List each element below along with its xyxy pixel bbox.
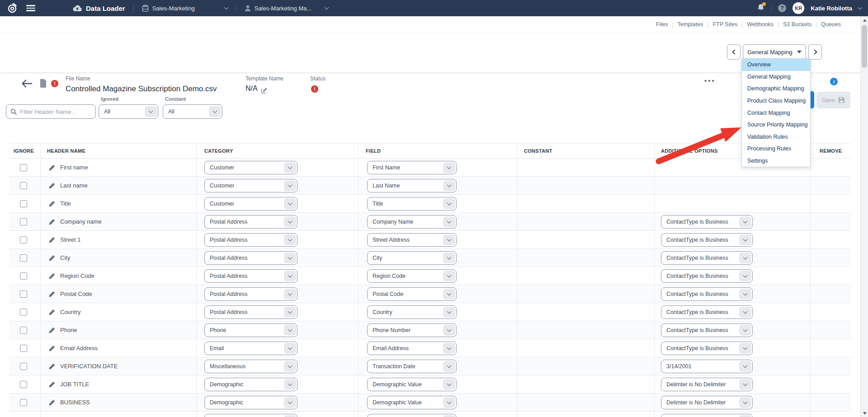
help-button[interactable]: ? — [778, 4, 786, 12]
info-icon[interactable]: i — [830, 78, 838, 85]
org-selector[interactable]: Sales-Marketing — [142, 5, 228, 12]
category-select[interactable]: Postal Address — [204, 287, 297, 301]
edit-header-icon[interactable] — [49, 164, 55, 171]
field-select[interactable]: Country — [367, 305, 457, 319]
category-select[interactable]: Customer — [204, 179, 297, 192]
menu-item-general-mapping[interactable]: General Mapping — [742, 71, 810, 83]
field-select[interactable]: Phone Number — [367, 323, 457, 337]
field-select[interactable]: Street Address — [367, 233, 457, 247]
category-select[interactable]: Miscellaneous — [204, 360, 297, 373]
edit-header-icon[interactable] — [49, 237, 55, 243]
field-select[interactable]: Transaction Date — [367, 360, 457, 373]
category-select[interactable]: Customer — [204, 197, 297, 211]
menu-item-product-class-mapping[interactable]: Product Class Mapping — [742, 95, 810, 107]
edit-header-icon[interactable] — [49, 273, 55, 279]
additional-options-select[interactable]: Delimter is No Delimiter — [661, 378, 753, 391]
notifications-button[interactable] — [757, 3, 765, 13]
nav-link-files[interactable]: Files — [651, 21, 672, 28]
search-input[interactable] — [20, 108, 95, 115]
nav-link-queues[interactable]: Queues — [816, 21, 845, 28]
ignore-checkbox[interactable] — [20, 236, 27, 244]
save-button[interactable]: Save — [816, 92, 850, 108]
additional-options-select[interactable]: ContactType is Business — [661, 287, 753, 301]
additional-options-select[interactable]: 3/14/2001 — [661, 360, 753, 373]
constant-filter-select[interactable]: All — [163, 104, 222, 119]
menu-item-processing-rules[interactable]: Processing Rules — [742, 143, 810, 155]
ignore-checkbox[interactable] — [20, 164, 27, 171]
menu-item-overview[interactable]: Overview — [742, 59, 810, 71]
menu-item-source-priority-mapping[interactable]: Source Priority Mapping — [742, 119, 810, 131]
field-select[interactable]: Company Name — [367, 215, 457, 229]
ignore-checkbox[interactable] — [20, 272, 27, 280]
edit-template-icon[interactable] — [261, 87, 268, 95]
ignore-checkbox[interactable] — [20, 399, 27, 406]
edit-header-icon[interactable] — [49, 309, 55, 315]
scrollbar-thumb[interactable] — [862, 25, 867, 68]
menu-item-demographic-mapping[interactable]: Demographic Mapping — [742, 83, 810, 95]
field-select[interactable]: First Name — [367, 161, 457, 174]
nav-link-webhooks[interactable]: Webhooks — [742, 21, 778, 28]
prev-section-button[interactable] — [727, 44, 741, 60]
category-select[interactable]: Postal Address — [204, 305, 297, 319]
additional-options-select[interactable]: ContactType is Business — [661, 269, 753, 283]
ignore-checkbox[interactable] — [20, 218, 27, 225]
edit-header-icon[interactable] — [49, 363, 55, 370]
category-select[interactable]: Postal Address — [204, 251, 297, 265]
ignored-filter-select[interactable]: All — [99, 104, 158, 119]
app-switcher[interactable]: Data Loader — [72, 5, 125, 12]
menu-item-settings[interactable]: Settings — [742, 155, 810, 167]
category-select[interactable]: Demographic — [204, 378, 297, 391]
ignore-checkbox[interactable] — [20, 327, 27, 334]
section-selector-button[interactable]: General Mapping — [743, 44, 806, 60]
edit-header-icon[interactable] — [49, 381, 55, 388]
additional-options-select[interactable]: Delimter is No Delimiter — [661, 396, 753, 409]
back-button[interactable] — [21, 79, 33, 90]
ignore-checkbox[interactable] — [20, 200, 27, 207]
field-select[interactable]: Demographic Value — [367, 396, 457, 409]
field-select[interactable]: Demographic Value — [367, 378, 457, 391]
nav-link-templates[interactable]: Templates — [673, 21, 708, 28]
field-select[interactable]: Title — [367, 197, 457, 211]
header-filter-search[interactable] — [6, 104, 96, 119]
ignore-checkbox[interactable] — [20, 182, 27, 189]
vertical-scrollbar[interactable] — [860, 16, 868, 417]
additional-options-select[interactable]: ContactType is Business — [661, 305, 753, 319]
category-select[interactable]: Postal Address — [204, 269, 297, 283]
field-select[interactable]: Last Name — [367, 179, 457, 192]
category-select[interactable]: Phone — [204, 323, 297, 337]
additional-options-select[interactable]: ContactType is Business — [661, 251, 753, 265]
ignore-checkbox[interactable] — [20, 254, 27, 262]
nav-link-ftp-sites[interactable]: FTP Sites — [708, 21, 742, 28]
map-selector[interactable]: Sales-Marketing Ma... — [245, 5, 328, 12]
ignore-checkbox[interactable] — [20, 381, 27, 388]
additional-options-select[interactable]: ContactType is Business — [661, 342, 753, 355]
category-select[interactable]: Demographic — [204, 396, 297, 409]
nav-link-s3-buckets[interactable]: S3 Buckets — [778, 21, 816, 28]
additional-options-select[interactable]: ContactType is Business — [661, 233, 753, 247]
chevron-down-icon[interactable] — [858, 5, 863, 9]
field-select[interactable] — [367, 414, 457, 417]
avatar[interactable]: KR — [793, 2, 804, 14]
edit-header-icon[interactable] — [49, 399, 55, 406]
field-select[interactable]: Region Code — [367, 269, 457, 283]
additional-options-select[interactable] — [661, 414, 753, 417]
field-select[interactable]: City — [367, 251, 457, 265]
hamburger-menu-icon[interactable] — [26, 4, 35, 13]
more-options-button[interactable]: ••• — [704, 77, 716, 84]
category-select[interactable]: Customer — [204, 161, 297, 174]
scroll-up-arrow[interactable] — [861, 16, 868, 24]
edit-header-icon[interactable] — [49, 219, 55, 225]
menu-item-validation-rules[interactable]: Validation Rules — [742, 131, 810, 143]
ignore-checkbox[interactable] — [20, 290, 27, 298]
category-select[interactable]: Postal Address — [204, 233, 297, 247]
category-select[interactable]: Postal Address — [204, 215, 297, 229]
scroll-down-arrow[interactable] — [861, 409, 868, 417]
ignore-checkbox[interactable] — [20, 345, 27, 352]
category-select[interactable]: Email — [204, 342, 297, 355]
app-logo-icon[interactable] — [6, 2, 18, 14]
edit-header-icon[interactable] — [49, 291, 55, 297]
ignore-checkbox[interactable] — [20, 363, 27, 370]
additional-options-select[interactable]: ContactType is Business — [661, 215, 753, 229]
field-select[interactable]: Email Address — [367, 342, 457, 355]
additional-options-select[interactable]: ContactType is Business — [661, 323, 753, 337]
